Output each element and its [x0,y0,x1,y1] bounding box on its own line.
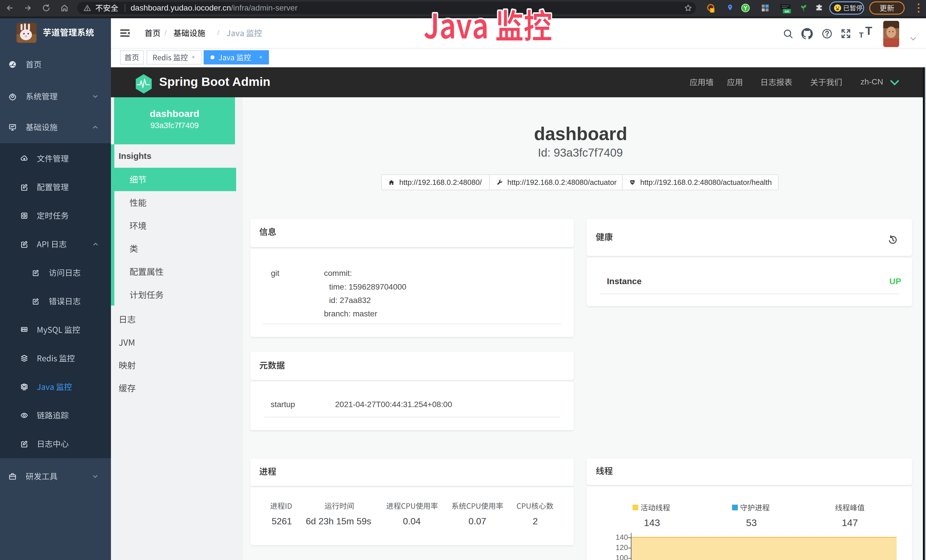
svg-text:1: 1 [711,8,713,12]
svg-text:on: on [785,9,789,14]
